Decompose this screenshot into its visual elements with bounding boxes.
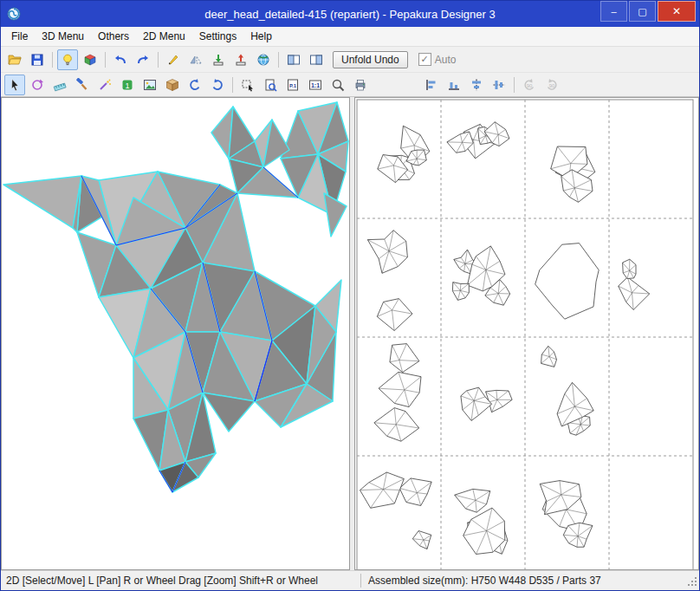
menu-3d-menu[interactable]: 3D Menu [35,29,91,44]
toolbar-tools: 1P.11:19090 [1,73,699,97]
paint-icon[interactable] [72,75,93,95]
align-left-icon[interactable] [421,75,442,95]
measure-icon[interactable] [49,75,70,95]
menu-settings[interactable]: Settings [192,29,243,44]
print-icon[interactable] [350,75,371,95]
svg-text:90: 90 [549,83,555,88]
maximize-button[interactable]: ▢ [629,1,656,22]
toolbar-separator [158,52,159,68]
page-p1-icon[interactable]: P.1 [282,75,303,95]
rotate-model-icon[interactable] [27,75,48,95]
import-icon[interactable] [208,49,229,70]
zoom-select-icon[interactable] [237,75,258,95]
rotate-right-icon[interactable] [207,75,228,95]
zoom-page-icon[interactable] [260,75,281,95]
undo-icon[interactable] [110,49,131,70]
toolbar-separator [514,77,515,93]
menubar: File3D MenuOthers2D MenuSettingsHelp [1,27,699,47]
2d-pattern-view[interactable] [354,97,699,570]
box3d-icon[interactable] [162,75,183,95]
svg-text:P.1: P.1 [289,82,297,88]
svg-text:1: 1 [125,81,129,89]
toolbar-separator [52,52,53,68]
pen-icon[interactable] [163,49,184,70]
status-assembled-size: Assembled size(mm): H750 W448 D535 / Par… [368,575,685,587]
zoom-1to1-icon[interactable]: 1:1 [305,75,326,95]
zoom-area-icon[interactable] [327,75,348,95]
rotate-left-icon[interactable] [185,75,205,95]
rotate-90-cw-icon: 90 [541,75,562,95]
resize-grip[interactable] [685,575,697,587]
status-hint: 2D [Select/Move] L [Pan] R or Wheel Drag… [1,575,353,587]
app-icon [7,6,23,22]
status-divider [360,574,361,588]
app-window: deer_head_detailed-415 (repariert) - Pep… [0,0,700,591]
align-h-icon[interactable] [466,75,487,95]
3d-viewport[interactable] [1,97,350,570]
close-button[interactable]: ✕ [658,1,696,22]
redo-icon[interactable] [133,49,153,70]
svg-text:1:1: 1:1 [311,81,320,88]
texture-cube-icon[interactable] [80,49,100,70]
magic-wand-icon[interactable] [94,75,115,95]
align-v-icon[interactable] [489,75,509,95]
world-icon[interactable] [253,49,274,70]
svg-text:90: 90 [527,83,533,88]
layout-3d-only-icon[interactable] [283,49,304,70]
select-arrow-icon[interactable] [4,75,25,95]
main-area [1,97,699,570]
checkbox-label: Auto [435,54,457,66]
menu-others[interactable]: Others [91,29,136,44]
align-bottom-icon[interactable] [444,75,464,95]
menu-file[interactable]: File [4,29,35,44]
flag-1-icon[interactable]: 1 [117,75,138,95]
export-icon[interactable] [230,49,251,70]
toolbar-separator [278,52,279,68]
menu-2d-menu[interactable]: 2D Menu [136,29,192,44]
rotate-90-ccw-icon: 90 [519,75,540,95]
toolbar-main: Unfold Undo✓Auto [1,47,699,73]
auto-checkbox[interactable]: ✓Auto [418,53,457,66]
window-title: deer_head_detailed-415 (repariert) - Pep… [1,8,699,21]
flip-icon[interactable] [185,49,206,70]
light-toggle-icon[interactable] [57,49,78,70]
checkbox-box[interactable]: ✓ [418,53,431,66]
layout-split-icon[interactable] [306,49,327,70]
minimize-button[interactable]: – [600,1,627,22]
menu-help[interactable]: Help [243,29,279,44]
image-icon[interactable] [139,75,160,95]
open-folder-icon[interactable] [4,49,25,70]
titlebar: deer_head_detailed-415 (repariert) - Pep… [1,1,699,27]
toolbar-separator [232,77,233,93]
toolbar-separator [105,52,106,68]
save-icon[interactable] [27,49,48,70]
unfold-undo-button[interactable]: Unfold Undo [333,51,408,68]
statusbar: 2D [Select/Move] L [Pan] R or Wheel Drag… [1,570,699,590]
